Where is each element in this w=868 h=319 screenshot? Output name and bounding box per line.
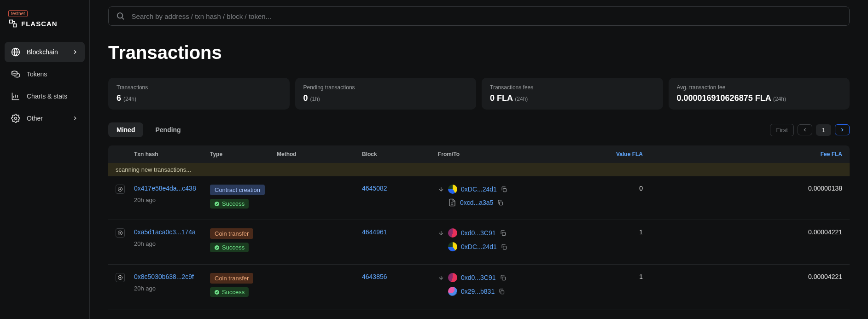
sidebar-item-label: Tokens — [27, 70, 47, 78]
stat-value: 0.000016910626875 FLA (24h) — [677, 93, 842, 103]
transactions-table: Txn hash Type Method Block From/To Value… — [108, 145, 850, 309]
svg-rect-12 — [502, 232, 505, 235]
stat-label: Transactions — [117, 84, 281, 91]
copy-icon[interactable] — [498, 288, 505, 295]
to-address-link[interactable]: 0xDC...24d1 — [461, 243, 497, 250]
svg-rect-17 — [501, 290, 504, 294]
search-input[interactable] — [132, 12, 842, 20]
from-address-link[interactable]: 0xd0...3C91 — [461, 229, 496, 237]
th-fromto: From/To — [438, 151, 560, 157]
tab-pending[interactable]: Pending — [147, 122, 189, 137]
block-link[interactable]: 4644961 — [362, 228, 387, 236]
table-row: 0xa5d1aca0c3...174a20h agoCoin transferS… — [108, 220, 850, 265]
sidebar-item-blockchain[interactable]: Blockchain — [5, 42, 85, 62]
sidebar-item-label: Other — [27, 115, 43, 122]
stat-card: Pending transactions0 (1h) — [295, 78, 477, 110]
sidebar: testnet FLASCAN BlockchainTokensCharts &… — [0, 0, 90, 319]
svg-rect-0 — [10, 20, 13, 23]
chevron-right-icon — [72, 115, 78, 122]
page-number: 1 — [816, 124, 831, 136]
txn-fee: 0.00004221 — [643, 228, 842, 236]
th-value[interactable]: Value FLA — [560, 151, 643, 157]
expand-row-button[interactable] — [116, 228, 125, 238]
address-avatar — [448, 273, 457, 282]
sidebar-item-label: Charts & stats — [27, 93, 67, 100]
stat-value: 0 FLA (24h) — [490, 93, 655, 103]
globe-icon — [11, 47, 20, 57]
copy-icon[interactable] — [497, 199, 504, 206]
stat-card: Avg. transaction fee0.000016910626875 FL… — [669, 78, 850, 110]
from-address-link[interactable]: 0xDC...24d1 — [461, 186, 497, 193]
txn-type-pill: Contract creation — [210, 185, 265, 195]
txn-value: 1 — [560, 273, 643, 280]
tabs: Mined Pending — [108, 122, 189, 137]
txn-status-pill: Success — [210, 243, 249, 252]
stat-card: Transactions fees0 FLA (24h) — [482, 78, 663, 110]
sidebar-item-tokens[interactable]: Tokens — [5, 64, 85, 84]
prev-page-button[interactable] — [798, 124, 812, 135]
stat-label: Pending transactions — [303, 84, 468, 91]
to-address-link[interactable]: 0x29...b831 — [461, 288, 495, 295]
arrow-down-icon — [438, 230, 444, 236]
page-title: Transactions — [108, 42, 850, 63]
table-row: 0x8c5030b638...2c9f20h agoCoin transferS… — [108, 265, 850, 309]
block-link[interactable]: 4645082 — [362, 185, 387, 192]
expand-row-button[interactable] — [116, 185, 125, 194]
svg-rect-8 — [503, 188, 506, 191]
chevron-right-icon — [839, 127, 845, 133]
sidebar-item-label: Blockchain — [27, 48, 58, 56]
txn-type-pill: Coin transfer — [210, 273, 253, 284]
svg-rect-1 — [13, 24, 17, 27]
network-badge: testnet — [8, 10, 28, 17]
stat-value: 6 (24h) — [117, 93, 281, 103]
chevron-left-icon — [802, 127, 808, 133]
first-page-button[interactable]: First — [770, 124, 793, 136]
brand-name: FLASCAN — [21, 20, 58, 28]
th-block: Block — [362, 151, 438, 157]
main-content: Transactions Transactions6 (24h)Pending … — [90, 0, 868, 319]
txn-time: 20h ago — [134, 197, 210, 203]
stat-suffix: (24h) — [123, 96, 136, 102]
coins-icon — [11, 70, 20, 79]
txn-status-pill: Success — [210, 287, 249, 297]
search-icon — [116, 12, 125, 21]
svg-rect-16 — [502, 277, 505, 280]
svg-rect-9 — [500, 202, 503, 205]
txn-hash-link[interactable]: 0x417e58e4da...c438 — [134, 185, 210, 192]
txn-status-pill: Success — [210, 199, 249, 209]
sidebar-item-charts-stats[interactable]: Charts & stats — [5, 86, 85, 106]
stat-value: 0 (1h) — [303, 93, 468, 103]
svg-point-4 — [15, 117, 17, 120]
th-fee[interactable]: Fee FLA — [643, 151, 842, 157]
logo-area[interactable]: testnet FLASCAN — [5, 9, 85, 42]
tab-mined[interactable]: Mined — [108, 122, 143, 137]
txn-time: 20h ago — [134, 240, 210, 247]
expand-row-button[interactable] — [116, 273, 125, 282]
block-link[interactable]: 4643856 — [362, 273, 387, 280]
svg-rect-13 — [503, 246, 506, 249]
txn-hash-link[interactable]: 0x8c5030b638...2c9f — [134, 273, 210, 280]
copy-icon[interactable] — [500, 230, 507, 237]
chevron-right-icon — [72, 49, 78, 55]
txn-fee: 0.00004221 — [643, 273, 842, 280]
to-address-link[interactable]: 0xcd...a3a5 — [460, 199, 493, 206]
next-page-button[interactable] — [835, 124, 850, 135]
brand-logo-icon — [8, 19, 17, 28]
from-address-link[interactable]: 0xd0...3C91 — [461, 274, 496, 281]
sidebar-item-other[interactable]: Other — [5, 108, 85, 128]
search-bar[interactable] — [108, 6, 850, 26]
chart-icon — [11, 92, 20, 101]
address-avatar — [448, 228, 457, 238]
th-hash: Txn hash — [134, 151, 210, 157]
pagination: First 1 — [770, 124, 850, 136]
txn-value: 1 — [560, 228, 643, 236]
copy-icon[interactable] — [501, 244, 507, 250]
txn-time: 20h ago — [134, 285, 210, 292]
txn-type-pill: Coin transfer — [210, 228, 253, 239]
copy-icon[interactable] — [500, 274, 507, 281]
th-type: Type — [210, 151, 277, 157]
copy-icon[interactable] — [501, 186, 507, 193]
contract-icon — [448, 198, 456, 207]
txn-fee: 0.00000138 — [643, 185, 842, 192]
txn-hash-link[interactable]: 0xa5d1aca0c3...174a — [134, 228, 210, 236]
